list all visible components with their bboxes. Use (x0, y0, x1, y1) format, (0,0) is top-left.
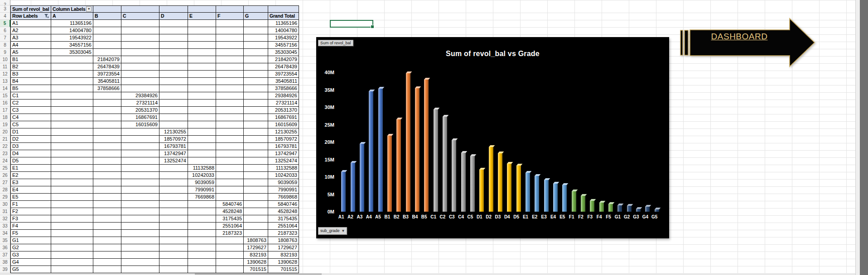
pivot-cell[interactable]: 39723554 (93, 71, 121, 78)
pivot-column-header[interactable]: A (51, 13, 93, 20)
pivot-cell[interactable] (188, 251, 216, 259)
pivot-cell[interactable]: 34557156 (51, 42, 93, 49)
pivot-cell[interactable] (121, 34, 159, 42)
pivot-row-label[interactable]: B2 (10, 63, 51, 71)
pivot-grand-total-cell[interactable]: 12130255 (268, 128, 299, 136)
pivot-grand-total-cell[interactable]: 10242033 (268, 172, 299, 179)
pivot-cell[interactable] (188, 237, 216, 244)
row-header[interactable]: 20 (0, 128, 10, 136)
pivot-cell[interactable] (51, 63, 93, 71)
pivot-grand-total-cell[interactable]: 21842079 (268, 56, 299, 63)
pivot-cell[interactable] (188, 63, 216, 71)
row-header[interactable]: 35 (0, 237, 10, 244)
pivot-cell[interactable] (159, 71, 188, 78)
row-header[interactable]: 21 (0, 136, 10, 143)
pivot-cell[interactable] (93, 92, 121, 100)
pivot-cell[interactable] (216, 27, 244, 34)
pivot-cell[interactable] (121, 20, 159, 27)
pivot-cell[interactable]: 5840746 (216, 201, 244, 208)
pivot-cell[interactable] (121, 150, 159, 157)
pivot-row-label[interactable]: A3 (10, 34, 51, 42)
pivot-cell[interactable] (244, 49, 268, 56)
row-header[interactable]: 3 (0, 5, 10, 13)
pivot-cell[interactable] (216, 259, 244, 266)
pivot-row-label[interactable]: G1 (10, 237, 51, 244)
pivot-cell[interactable]: 16867691 (121, 114, 159, 121)
pivot-cell[interactable] (121, 78, 159, 85)
pivot-cell[interactable]: 13252474 (159, 157, 188, 165)
pivot-cell[interactable] (244, 27, 268, 34)
pivot-cell[interactable] (121, 266, 159, 273)
pivot-cell[interactable] (244, 56, 268, 63)
pivot-grand-total-cell[interactable]: 1390628 (268, 259, 299, 266)
pivot-row-label[interactable]: E3 (10, 179, 51, 186)
pivot-row-label[interactable]: D5 (10, 157, 51, 165)
pivot-cell[interactable] (93, 230, 121, 237)
pivot-cell[interactable]: 26478439 (93, 63, 121, 71)
pivot-cell[interactable]: 11365196 (51, 20, 93, 27)
pivot-cell[interactable] (216, 63, 244, 71)
pivot-cell[interactable] (121, 179, 159, 186)
pivot-row-label[interactable]: G4 (10, 259, 51, 266)
pivot-cell[interactable] (244, 230, 268, 237)
pivot-cell[interactable] (51, 223, 93, 230)
pivot-grand-total-cell[interactable]: 832193 (268, 251, 299, 259)
pivot-cell[interactable] (216, 186, 244, 194)
pivot-cell[interactable] (159, 63, 188, 71)
pivot-cell[interactable] (51, 215, 93, 223)
row-header[interactable]: 5 (0, 20, 10, 27)
pivot-grand-total-cell[interactable]: 39723554 (268, 71, 299, 78)
pivot-grand-total-cell[interactable]: 16015609 (268, 121, 299, 128)
row-header[interactable]: 37 (0, 251, 10, 259)
pivot-row-label[interactable]: C4 (10, 114, 51, 121)
pivot-cell[interactable] (159, 172, 188, 179)
pivot-cell[interactable] (51, 266, 93, 273)
row-header[interactable]: 10 (0, 56, 10, 63)
pivot-cell[interactable] (188, 128, 216, 136)
pivot-grand-total-cell[interactable]: 19543922 (268, 34, 299, 42)
pivot-row-label[interactable]: D4 (10, 150, 51, 157)
row-labels-filter-icon[interactable] (44, 14, 49, 19)
pivot-cell[interactable] (159, 92, 188, 100)
pivot-cell[interactable] (121, 230, 159, 237)
pivot-grand-total-cell[interactable]: 27321114 (268, 100, 299, 107)
pivot-cell[interactable] (121, 237, 159, 244)
row-header[interactable]: 34 (0, 230, 10, 237)
pivot-cell[interactable] (159, 107, 188, 114)
pivot-column-header[interactable]: G (244, 13, 268, 20)
pivot-cell[interactable] (188, 56, 216, 63)
pivot-grand-total-cell[interactable]: 20531370 (268, 107, 299, 114)
pivot-cell[interactable] (244, 186, 268, 194)
pivot-cell[interactable] (51, 251, 93, 259)
pivot-grand-total-cell[interactable]: 701515 (268, 266, 299, 273)
row-header[interactable]: 12 (0, 71, 10, 78)
pivot-grand-total-cell[interactable]: 35303045 (268, 49, 299, 56)
pivot-grand-total-cell[interactable]: 2187323 (268, 230, 299, 237)
pivot-grand-total-cell[interactable]: 16793781 (268, 143, 299, 150)
pivot-cell[interactable] (244, 136, 268, 143)
pivot-cell[interactable]: 4528248 (216, 208, 244, 215)
pivot-cell[interactable] (244, 78, 268, 85)
pivot-column-header[interactable]: B (93, 13, 121, 20)
pivot-row-label[interactable]: A5 (10, 49, 51, 56)
pivot-cell[interactable] (159, 266, 188, 273)
row-header[interactable]: 9 (0, 49, 10, 56)
pivot-cell[interactable] (216, 237, 244, 244)
pivot-cell[interactable] (51, 201, 93, 208)
pivot-cell[interactable] (216, 194, 244, 201)
pivot-cell[interactable] (93, 114, 121, 121)
row-header[interactable]: 6 (0, 27, 10, 34)
pivot-cell[interactable] (93, 251, 121, 259)
pivot-row-label[interactable]: F1 (10, 201, 51, 208)
pivot-cell[interactable] (121, 172, 159, 179)
pivot-cell[interactable]: 16793781 (159, 143, 188, 150)
pivot-cell[interactable] (188, 42, 216, 49)
pivot-cell[interactable] (216, 244, 244, 251)
pivot-cell[interactable] (93, 143, 121, 150)
pivot-cell[interactable] (244, 5, 268, 13)
pivot-cell[interactable]: 10242033 (188, 172, 216, 179)
pivot-grand-total-cell[interactable]: 18570972 (268, 136, 299, 143)
pivot-cell[interactable] (51, 208, 93, 215)
pivot-cell[interactable] (93, 121, 121, 128)
pivot-cell[interactable] (244, 121, 268, 128)
